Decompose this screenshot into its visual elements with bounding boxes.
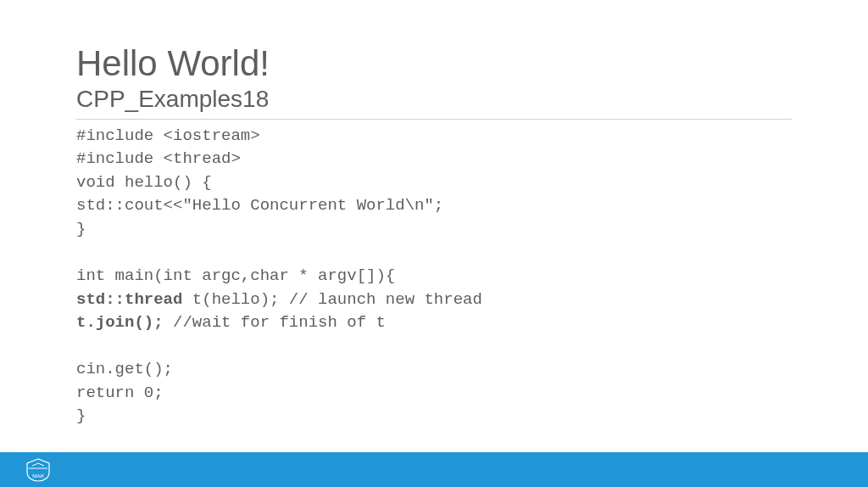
mai-logo-icon: МАИ — [24, 457, 53, 483]
code-line: t(hello); // launch new thread — [192, 290, 482, 309]
code-bold: t.join(); — [76, 313, 164, 332]
code-line: void hello() { — [76, 173, 212, 192]
slide-footer: МАИ — [0, 452, 868, 487]
code-line: } — [76, 406, 86, 425]
slide-subtitle: CPP_Examples18 — [76, 85, 792, 114]
code-line: } — [76, 220, 86, 238]
code-line: return 0; — [76, 383, 164, 402]
code-line: cin.get(); — [76, 360, 173, 378]
slide-title: Hello World! — [76, 44, 792, 83]
svg-text:МАИ: МАИ — [32, 473, 43, 479]
code-line: #include <iostream> — [76, 126, 260, 145]
code-line: #include <thread> — [76, 149, 241, 168]
slide-content: Hello World! CPP_Examples18 #include <io… — [0, 0, 868, 428]
title-divider — [76, 119, 792, 120]
code-block: #include <iostream> #include <thread> vo… — [76, 125, 792, 428]
code-line: int main(int argc,char * argv[]){ — [76, 266, 395, 285]
code-bold: std::thread — [76, 290, 192, 309]
code-line: //wait for finish of t — [164, 313, 386, 332]
code-line: std::cout<<"Hello Concurrent World\n"; — [76, 196, 443, 215]
